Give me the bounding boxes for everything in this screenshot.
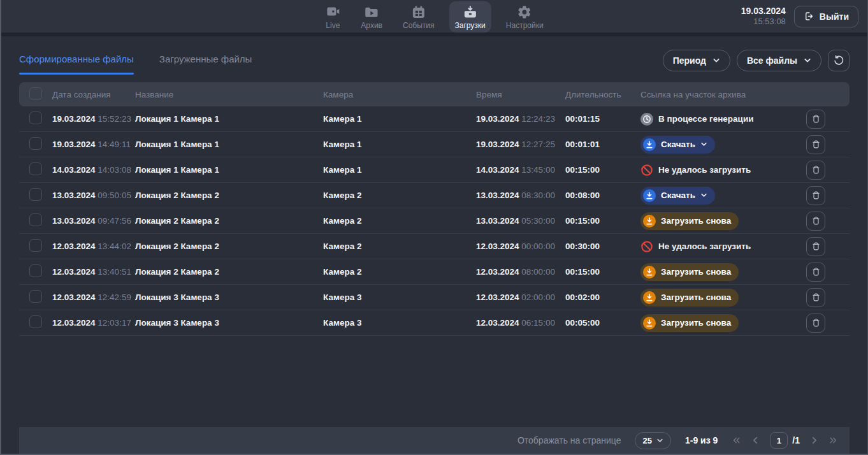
delete-row-button[interactable] [806,263,825,282]
nav-item-downloads[interactable]: Загрузки [449,1,491,32]
nav-item-events[interactable]: События [397,1,440,32]
delete-row-button[interactable] [806,110,825,129]
files-table: Дата создания Название Камера Время Длит… [19,82,850,336]
pagination-next-button[interactable] [809,436,819,445]
row-checkbox[interactable] [29,162,42,175]
duration: 00:15:00 [565,267,640,277]
pagination-last-button[interactable] [828,436,838,445]
row-checkbox[interactable] [29,315,42,328]
select-all-checkbox[interactable] [29,87,42,100]
created-cell: 19.03.2024 14:49:11 [52,140,135,149]
start-time: 02:00:00 [521,292,555,302]
download-icon [643,317,656,329]
duration: 00:15:00 [565,165,640,175]
logout-label: Выйти [820,11,849,22]
current-time: 15:53:08 [741,17,786,27]
start-time: 00:00:00 [521,242,555,251]
table-row: 12.03.2024 13:44:02 Локация 2 Камера 2 К… [19,234,850,259]
created-time: 13:44:02 [98,242,131,251]
retry-download-button[interactable]: Загрузить снова [640,212,739,230]
table-body: 19.03.2024 15:52:23 Локация 1 Камера 1 К… [19,106,850,336]
time-cell: 12.03.2024 06:15:00 [476,318,565,328]
trash-icon [811,292,821,302]
row-checkbox[interactable] [29,290,42,303]
start-date: 12.03.2024 [476,292,519,302]
delete-row-button[interactable] [806,314,825,333]
table-row: 12.03.2024 13:40:51 Локация 2 Камера 2 К… [19,259,850,285]
pagination-prev-button[interactable] [751,436,760,445]
delete-row-button[interactable] [806,212,825,231]
created-cell: 12.03.2024 13:40:51 [52,267,135,277]
start-date: 14.03.2024 [476,165,519,175]
row-checkbox[interactable] [29,112,42,124]
calendar-icon [411,4,426,20]
delete-row-button[interactable] [806,135,825,154]
time-cell: 12.03.2024 08:00:00 [476,267,565,277]
download-icon [643,189,656,202]
row-checkbox[interactable] [29,137,42,150]
download-icon [643,291,656,304]
row-checkbox[interactable] [29,213,42,226]
pager: 1 /1 [732,432,838,449]
start-date: 19.03.2024 [476,114,519,124]
status-failed: Не удалось загрузить [640,240,800,253]
start-time: 12:27:25 [521,140,555,149]
duration: 00:30:00 [565,242,640,251]
created-time: 14:03:08 [98,165,131,175]
nav-item-live[interactable]: Live [319,1,346,32]
files-filter-button[interactable]: Все файлы [737,50,821,71]
camera-name: Камера 2 [323,191,476,200]
filters: Период Все файлы [663,50,850,71]
row-checkbox[interactable] [29,264,42,277]
chevron-left-icon [751,436,760,445]
start-date: 12.03.2024 [476,267,519,277]
camera-name: Камера 1 [323,165,476,175]
total-pages-label: /1 [792,435,800,445]
file-name: Локация 2 Камера 2 [135,191,323,200]
delete-row-button[interactable] [806,237,825,256]
download-button[interactable]: Скачать [640,187,715,205]
period-filter-button[interactable]: Период [663,50,730,71]
refresh-icon [833,55,844,66]
status-label: Загрузить снова [661,216,731,226]
double-chevron-right-icon [828,436,838,445]
double-chevron-left-icon [732,436,741,445]
pagination-first-button[interactable] [732,436,741,445]
download-button[interactable]: Скачать [640,136,715,154]
table-row: 19.03.2024 15:52:23 Локация 1 Камера 1 К… [19,106,850,132]
retry-download-button[interactable]: Загрузить снова [640,289,739,307]
row-checkbox[interactable] [29,188,42,201]
status-label: Загрузить снова [661,318,731,328]
status-label: Скачать [661,191,695,200]
tabs: Сформированные файлы Загруженные файлы [19,54,252,75]
nav-item-settings[interactable]: Настройки [500,1,549,32]
duration: 00:01:15 [565,114,640,124]
retry-download-button[interactable]: Загрузить снова [640,263,739,281]
column-header-duration: Длительность [565,90,640,99]
clock-icon [640,113,653,126]
trash-icon [811,191,821,200]
nav-item-archive[interactable]: Архив [355,1,388,32]
time-cell: 12.03.2024 02:00:00 [476,292,565,302]
retry-download-button[interactable]: Загрузить снова [640,314,739,332]
delete-row-button[interactable] [806,161,825,180]
delete-row-button[interactable] [806,186,825,205]
tab-downloaded[interactable]: Загруженные файлы [159,54,252,75]
download-tray-icon [463,4,478,20]
tab-generated[interactable]: Сформированные файлы [19,54,134,75]
created-date: 13.03.2024 [52,191,96,200]
created-date: 12.03.2024 [52,318,96,328]
per-page-select[interactable]: 25 [635,432,670,449]
camera-name: Камера 3 [323,292,476,302]
logout-button[interactable]: Выйти [794,6,858,27]
status-cell: Не удалось загрузить [640,164,800,177]
created-cell: 13.03.2024 09:50:05 [52,191,135,200]
refresh-button[interactable] [828,50,850,71]
trash-icon [811,114,821,124]
delete-row-button[interactable] [806,288,825,307]
created-time: 15:52:23 [98,114,131,124]
per-page-label: Отображать на странице [517,435,621,445]
download-icon [643,266,656,278]
current-page-box[interactable]: 1 [770,432,788,449]
row-checkbox[interactable] [29,239,42,252]
